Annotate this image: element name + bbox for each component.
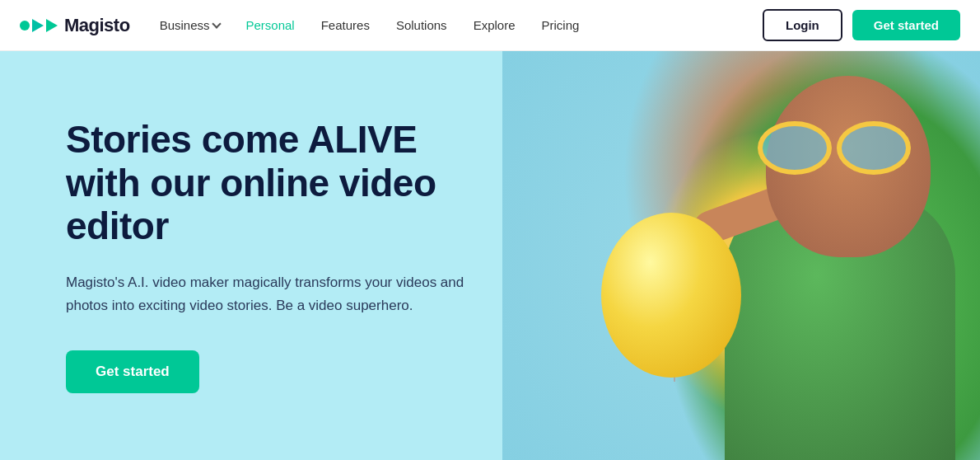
logo[interactable]: Magisto	[20, 15, 130, 36]
child-glasses	[758, 121, 911, 175]
logo-play-teal	[32, 19, 44, 32]
logo-icon	[20, 19, 58, 32]
hero-background	[502, 51, 980, 460]
nav-item-business[interactable]: Business	[160, 18, 220, 32]
nav-label-solutions: Solutions	[396, 18, 447, 32]
child-head	[766, 76, 931, 257]
lens-left	[758, 121, 832, 175]
logo-dot	[20, 21, 30, 31]
nav-links: Business Personal Features Solutions Exp…	[160, 18, 763, 32]
navbar: Magisto Business Personal Features Solut…	[0, 0, 980, 51]
nav-item-solutions[interactable]: Solutions	[396, 18, 447, 32]
nav-item-pricing[interactable]: Pricing	[541, 18, 579, 32]
logo-play-green	[46, 19, 58, 32]
get-started-hero-button[interactable]: Get started	[66, 350, 199, 393]
hero-subtitle: Magisto's A.I. video maker magically tra…	[66, 271, 469, 317]
nav-label-features: Features	[321, 18, 370, 32]
hero-title: Stories come ALIVE with our online video…	[66, 118, 478, 249]
nav-actions: Login Get started	[763, 9, 960, 41]
nav-item-explore[interactable]: Explore	[474, 18, 516, 32]
get-started-nav-button[interactable]: Get started	[852, 10, 960, 40]
chevron-down-icon	[212, 19, 221, 28]
nav-label-explore: Explore	[474, 18, 516, 32]
nav-label-business: Business	[160, 18, 210, 32]
hero-content: Stories come ALIVE with our online video…	[0, 118, 511, 394]
nav-item-personal[interactable]: Personal	[246, 18, 295, 32]
nav-item-features[interactable]: Features	[321, 18, 370, 32]
nav-label-personal: Personal	[246, 18, 295, 32]
login-button[interactable]: Login	[763, 9, 842, 41]
nav-label-pricing: Pricing	[541, 18, 579, 32]
balloon	[601, 213, 741, 378]
lens-right	[837, 121, 911, 175]
hero-section: Stories come ALIVE with our online video…	[0, 51, 980, 460]
logo-text: Magisto	[64, 15, 130, 36]
